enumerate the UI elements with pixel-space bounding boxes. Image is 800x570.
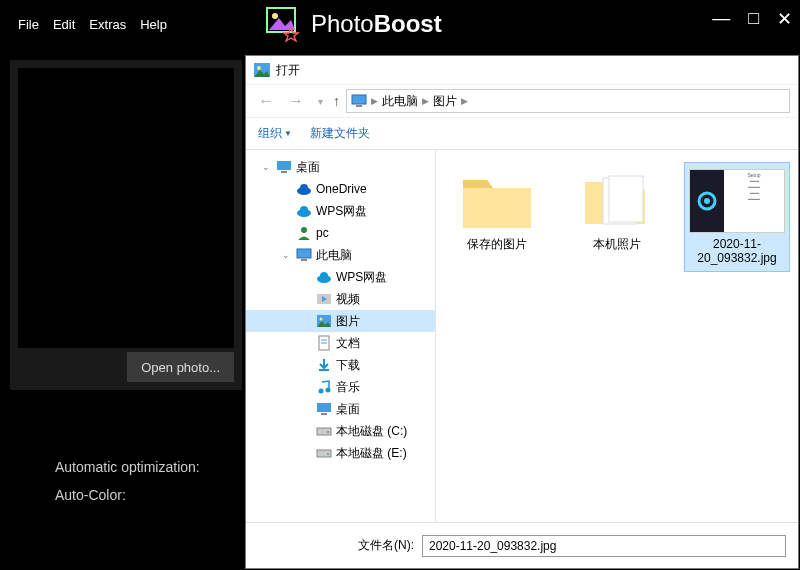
close-button[interactable]: ✕ <box>777 8 792 30</box>
tree-item[interactable]: OneDrive <box>246 178 435 200</box>
maximize-button[interactable]: □ <box>748 8 759 30</box>
nav-up-icon[interactable]: ↑ <box>333 93 340 109</box>
dialog-titlebar: 打开 <box>246 56 798 84</box>
tree-item[interactable]: 桌面 <box>246 398 435 420</box>
file-list[interactable]: 保存的图片本机照片Setup━━━━━━━━━━━━━━2020-11-20_0… <box>436 150 798 522</box>
tree-item[interactable]: 本地磁盘 (C:) <box>246 420 435 442</box>
image-thumbnail: Setup━━━━━━━━━━━━━━ <box>689 169 785 233</box>
menu-edit[interactable]: Edit <box>47 13 81 36</box>
tree-item-label: 桌面 <box>296 159 320 176</box>
svg-point-29 <box>327 431 329 433</box>
menu-help[interactable]: Help <box>134 13 173 36</box>
tree-item-label: 视频 <box>336 291 360 308</box>
music-icon <box>316 379 332 395</box>
breadcrumb-item[interactable]: 此电脑 <box>382 93 418 110</box>
expand-icon[interactable]: ⌄ <box>282 250 292 260</box>
downloads-icon <box>316 357 332 373</box>
menu-extras[interactable]: Extras <box>83 13 132 36</box>
filename-input[interactable] <box>422 535 786 557</box>
svg-rect-7 <box>281 171 287 173</box>
tree-item[interactable]: 音乐 <box>246 376 435 398</box>
breadcrumb-item[interactable]: 图片 <box>433 93 457 110</box>
preview-panel: Open photo... <box>10 60 242 390</box>
svg-point-25 <box>326 388 331 393</box>
nav-back-icon[interactable]: ← <box>254 92 278 110</box>
tree-item-label: 文档 <box>336 335 360 352</box>
tree-item-label: 图片 <box>336 313 360 330</box>
svg-rect-26 <box>317 403 331 412</box>
pc-icon <box>296 247 312 263</box>
tree-item-label: 桌面 <box>336 401 360 418</box>
svg-point-11 <box>300 206 308 214</box>
svg-rect-4 <box>352 95 366 104</box>
folder-item[interactable]: 本机照片 <box>564 162 670 259</box>
expand-icon[interactable]: ⌄ <box>262 162 272 172</box>
file-item[interactable]: Setup━━━━━━━━━━━━━━2020-11-20_093832.jpg <box>684 162 790 272</box>
tree-item[interactable]: 本地磁盘 (E:) <box>246 442 435 464</box>
menubar: File Edit Extras Help <box>0 13 185 36</box>
tree-item-label: WPS网盘 <box>316 203 367 220</box>
option-auto-color-label: Auto-Color: <box>55 481 200 509</box>
svg-rect-33 <box>609 176 643 222</box>
video-icon <box>316 291 332 307</box>
dialog-toolbar: 组织 ▼ 新建文件夹 <box>246 118 798 150</box>
svg-point-19 <box>320 318 323 321</box>
folder-icon <box>459 168 535 232</box>
cloud-blue2-icon <box>296 203 312 219</box>
docs-icon <box>316 335 332 351</box>
svg-rect-30 <box>317 450 331 457</box>
tree-item-label: 此电脑 <box>316 247 352 264</box>
titlebar: File Edit Extras Help PhotoBoost — □ ✕ <box>0 0 800 48</box>
tree-item[interactable]: 图片 <box>246 310 435 332</box>
svg-rect-27 <box>321 413 327 415</box>
options-panel: Automatic optimization: Auto-Color: <box>55 453 200 509</box>
window-controls: — □ ✕ <box>712 8 792 30</box>
menu-file[interactable]: File <box>12 13 45 36</box>
filename-label: 文件名(N): <box>358 537 414 554</box>
tree-item-label: pc <box>316 226 329 240</box>
svg-rect-13 <box>297 249 311 258</box>
item-label: 本机照片 <box>593 236 641 253</box>
picture-icon <box>254 63 270 77</box>
tree-item-label: WPS网盘 <box>336 269 387 286</box>
new-folder-button[interactable]: 新建文件夹 <box>310 125 370 142</box>
svg-rect-23 <box>319 369 329 371</box>
app-title: PhotoBoost <box>311 10 442 38</box>
tree-item[interactable]: 视频 <box>246 288 435 310</box>
tree-item[interactable]: pc <box>246 222 435 244</box>
cloud-blue-icon <box>296 181 312 197</box>
tree-item[interactable]: WPS网盘 <box>246 266 435 288</box>
nav-history-icon[interactable]: ▾ <box>314 96 327 107</box>
dialog-body: ⌄桌面OneDriveWPS网盘pc⌄此电脑WPS网盘视频图片文档下载音乐桌面本… <box>246 150 798 522</box>
svg-point-12 <box>301 227 307 233</box>
tree-item[interactable]: WPS网盘 <box>246 200 435 222</box>
svg-point-24 <box>319 389 324 394</box>
folder-item[interactable]: 保存的图片 <box>444 162 550 259</box>
chevron-down-icon: ▼ <box>284 129 292 138</box>
open-photo-button[interactable]: Open photo... <box>127 352 234 382</box>
nav-forward-icon[interactable]: → <box>284 92 308 110</box>
svg-rect-5 <box>356 105 362 107</box>
tree-item[interactable]: ⌄此电脑 <box>246 244 435 266</box>
chevron-right-icon: ▶ <box>422 96 429 106</box>
svg-point-9 <box>300 184 308 192</box>
preview-canvas <box>18 68 234 348</box>
tree-item-label: 本地磁盘 (C:) <box>336 423 407 440</box>
tree-item-label: 下载 <box>336 357 360 374</box>
dialog-footer: 文件名(N): <box>246 522 798 568</box>
tree-item[interactable]: 下载 <box>246 354 435 376</box>
tree-item[interactable]: 文档 <box>246 332 435 354</box>
svg-rect-6 <box>277 161 291 170</box>
chevron-right-icon: ▶ <box>371 96 378 106</box>
tree-item[interactable]: ⌄桌面 <box>246 156 435 178</box>
folder-open-icon <box>579 168 655 232</box>
breadcrumb[interactable]: ▶ 此电脑 ▶ 图片 ▶ <box>346 89 790 113</box>
minimize-button[interactable]: — <box>712 8 730 30</box>
folder-tree[interactable]: ⌄桌面OneDriveWPS网盘pc⌄此电脑WPS网盘视频图片文档下载音乐桌面本… <box>246 150 436 522</box>
app-logo-area: PhotoBoost <box>265 6 442 42</box>
dialog-title: 打开 <box>276 62 300 79</box>
organize-button[interactable]: 组织 ▼ <box>258 125 292 142</box>
cloud-blue2-icon <box>316 269 332 285</box>
option-auto-optimization-label: Automatic optimization: <box>55 453 200 481</box>
svg-point-31 <box>327 453 329 455</box>
